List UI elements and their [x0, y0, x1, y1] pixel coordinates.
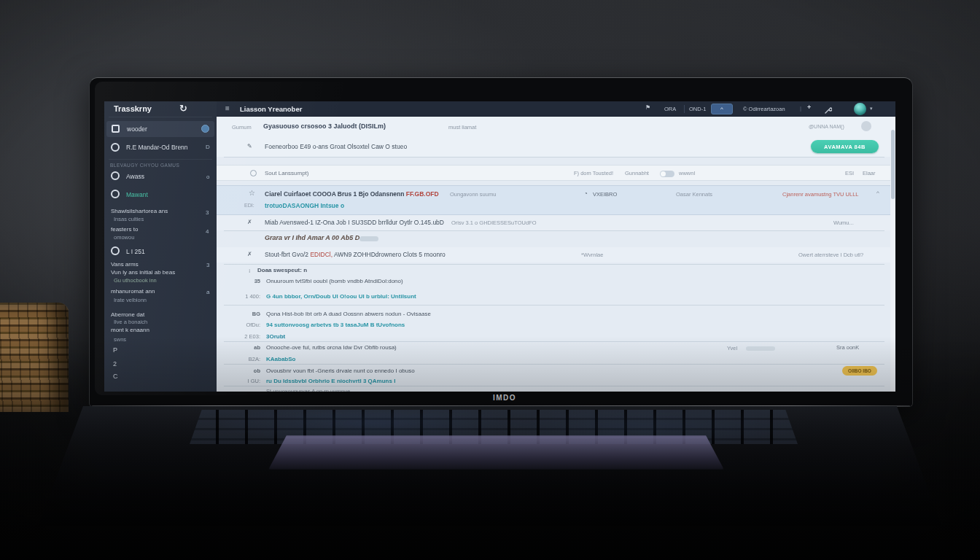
sidebar-item-mandar[interactable]: R.E Mandar-Od Brenn D: [104, 141, 217, 155]
log-row[interactable]: ob Ovousbnr voun fbt -Gneris drvaie nunt…: [217, 367, 891, 377]
breadcrumb-back-link[interactable]: Gumum: [232, 124, 252, 131]
log-link[interactable]: KAababSo: [266, 356, 295, 362]
log-text: Qona Hist-bob Ibt orb A duad Oossnn abwe…: [266, 311, 431, 317]
row-title-pre: Stout-fbrt Gvo/2: [265, 251, 310, 258]
sidebar-subitem-label: Irate velbionn: [114, 297, 147, 303]
item-badge: 3: [206, 209, 209, 216]
sidebar-item-label: Vun ly ans initial ab beas: [111, 269, 175, 276]
sidebar-item-awass[interactable]: Awass o: [104, 170, 217, 184]
log-row[interactable]: 1 400: G 4un bbbor, Orn/Doub Ul O!oou UI…: [217, 293, 891, 302]
filter-option-3[interactable]: wwwnl: [679, 170, 695, 176]
row-gutter: B2A:: [222, 356, 260, 362]
plus-icon[interactable]: +: [807, 104, 811, 111]
sidebar-item-mont[interactable]: mont k enaann swns: [104, 324, 217, 343]
close-x-icon: ✗: [247, 219, 252, 225]
star-icon[interactable]: ☆: [249, 189, 255, 197]
content-title: Gyasuouso crsosoo 3 Jaluodt (DISILm): [263, 122, 386, 130]
divider: |: [800, 105, 801, 112]
hamburger-menu-icon[interactable]: ≡: [225, 104, 230, 112]
primary-action-button[interactable]: AVAMAVA 84B: [811, 140, 879, 153]
section-header: Grara vr I Ihd Amar A 00 Ab5 D: [265, 234, 359, 241]
account-menu[interactable]: © Odirreartazoan: [743, 106, 785, 112]
divider: [224, 305, 884, 306]
sidebar-item-mhan[interactable]: mhanuromat ann a Irate velbionn: [104, 286, 217, 305]
flag-icon[interactable]: ⚑: [645, 104, 650, 111]
issue-link[interactable]: trotuoDASAONGH Intsue o: [265, 202, 344, 209]
wicker-basket: [0, 303, 69, 412]
expand-button[interactable]: ^: [711, 104, 733, 114]
collapse-chevron-icon[interactable]: ^: [876, 190, 879, 196]
notification-dot: [201, 125, 209, 133]
divider: [224, 341, 884, 342]
item-badge: o: [206, 174, 209, 180]
issue-status: VXEIBRO: [593, 191, 617, 198]
row-gutter: I GU:: [222, 378, 260, 384]
item-badge: D: [206, 144, 210, 150]
log-link[interactable]: ru Du Idssbvbl Orbhrio E niochvrtl 3 QAm…: [266, 378, 395, 384]
log-row[interactable]: St unuoxounurvas A on rn uurnnue: [217, 388, 891, 392]
section-header: Doaa swespeut: n: [257, 267, 307, 273]
row-gutter: BG: [222, 311, 260, 317]
ond-button[interactable]: OND-1: [689, 106, 706, 112]
log-row[interactable]: 35 Onuuroum tvtSfbi ooubl (bomb vndbb At…: [217, 278, 891, 287]
sidebar-item-li251[interactable]: L I 251: [104, 244, 217, 259]
user-avatar[interactable]: [854, 103, 866, 115]
sidebar-item-label: Vans arms: [111, 261, 139, 268]
scrollbar[interactable]: [890, 117, 895, 392]
item-badge: a: [206, 289, 209, 295]
sidebar-item-label: Mawant: [126, 191, 148, 198]
sidebar-item-mawant[interactable]: Mawant: [104, 188, 217, 203]
log-link[interactable]: 3Orubt: [266, 333, 285, 340]
status-circle-icon[interactable]: [250, 170, 257, 176]
row-mid-meta: *Wvrnlae: [581, 252, 603, 258]
sidebar-section-label: BLEVAUGY CHYOU GAMUS: [110, 163, 179, 168]
log-row[interactable]: ab Onooche-ove ful, rutbs orcna Idw Dvr …: [217, 344, 891, 353]
issue-owner: Oasar Kennats: [676, 191, 712, 198]
sidebar-item-label: feasters to: [111, 226, 138, 233]
filter-label: Sout Lanssumpt): [265, 170, 308, 176]
log-link[interactable]: 94 suttonvoosg arbetvs tb 3 tasaJuM B tU…: [266, 322, 405, 328]
toggle-switch[interactable]: [660, 171, 674, 177]
sidebar-subitem-label: Gu uthocbook inn: [114, 277, 157, 284]
issue-title-text: Ciarel Cuirfaoet COOOA Brus 1 Bjo Odansn…: [265, 190, 406, 198]
sidebar-item-label: L I 251: [126, 248, 145, 255]
circle-icon: [111, 171, 120, 180]
log-row[interactable]: BG Qona Hist-bob Ibt orb A duad Oossnn a…: [217, 311, 891, 319]
sidebar-item-2[interactable]: 2: [113, 360, 117, 368]
est-link[interactable]: ESI: [845, 170, 854, 176]
sidebar-item-wooder[interactable]: wooder: [106, 121, 214, 137]
sidebar-item-c[interactable]: C: [113, 373, 118, 380]
filter-option-1[interactable]: F) dom Tousted!: [574, 170, 613, 176]
chevron-down-icon[interactable]: ▾: [870, 106, 873, 112]
divider: [224, 386, 884, 386]
sidebar-item-label: mont k enaann: [111, 327, 149, 333]
header-user-label: @UNNA NAM(): [809, 124, 844, 129]
sidebar-item-p[interactable]: P: [113, 346, 117, 354]
row-gutter: 1 400:: [222, 293, 260, 300]
divider: [224, 364, 884, 365]
header-avatar[interactable]: [861, 121, 871, 131]
close-x-icon: ✗: [247, 251, 252, 257]
issue-id-label: EDI:: [244, 203, 254, 208]
more-link[interactable]: Wumu...: [833, 219, 854, 226]
log-row[interactable]: OfDu: 94 suttonvoosg arbetvs tb 3 tasaJu…: [217, 322, 891, 330]
row-gutter: OfDu:: [222, 322, 260, 328]
sidebar-item-shawl[interactable]: Shawlsilshartorea ans 3 Insas culties: [104, 206, 217, 224]
row-title: Miab Avenswed-1 IZ-Ona Job I SU3SDD brrl…: [265, 219, 444, 226]
sidebar-item-label: wooder: [127, 125, 147, 133]
divider: [684, 105, 685, 113]
sidebar-item-vunly[interactable]: Vun ly ans initial ab beas Gu uthocbook …: [104, 268, 217, 285]
filter-option-2[interactable]: Gunnabht: [625, 170, 649, 176]
log-text: St unuoxounurvas A on rn uurnnue: [266, 388, 351, 392]
row-gutter: ab: [222, 344, 260, 351]
ora-button[interactable]: ORA: [664, 106, 676, 112]
log-right-link[interactable]: Sra oonK: [836, 344, 859, 351]
sidebar-item-feasters[interactable]: feasters to 4 omowou: [104, 224, 217, 241]
sidebar-subitem-label: swns: [114, 336, 126, 343]
clear-link[interactable]: Elaar: [863, 170, 876, 176]
sidebar-item-label: Awass: [126, 173, 144, 180]
scrollbar-thumb[interactable]: [891, 130, 895, 199]
row-title-post: AWN9 ZOHHDdrownero Clots 5 rnoonro: [332, 251, 446, 258]
wrench-icon[interactable]: [824, 104, 832, 117]
log-link[interactable]: G 4un bbbor, Orn/Doub Ul O!oou UI b urbl…: [266, 293, 416, 300]
